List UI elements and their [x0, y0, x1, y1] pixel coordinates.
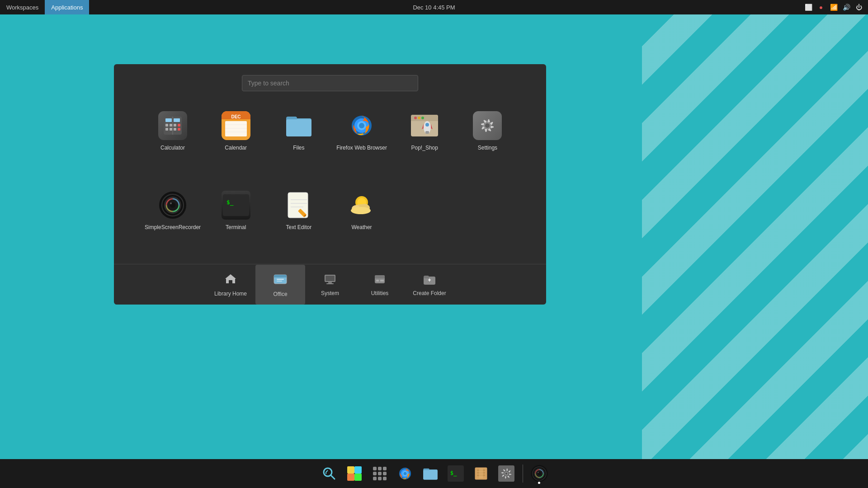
files-icon [284, 111, 313, 140]
svg-rect-3 [165, 124, 168, 127]
svg-text:$_: $_ [226, 199, 234, 206]
app-terminal[interactable]: $_ Terminal [204, 184, 267, 259]
svg-rect-75 [376, 280, 379, 282]
taskbar-archive[interactable] [469, 462, 493, 485]
svg-rect-9 [174, 128, 176, 131]
topbar-datetime: Dec 10 4:45 PM [413, 4, 455, 11]
taskbar-settings[interactable] [495, 462, 518, 485]
app-firefox[interactable]: Firefox Web Browser [330, 105, 393, 180]
svg-rect-71 [326, 283, 334, 284]
app-calculator[interactable]: Calculator [141, 105, 204, 180]
svg-rect-91 [373, 472, 377, 475]
svg-point-34 [425, 123, 429, 127]
svg-rect-90 [383, 467, 387, 470]
search-bar[interactable]: Type to search [242, 75, 418, 91]
terminal-icon: $_ [222, 191, 250, 220]
svg-rect-66 [277, 279, 284, 280]
svg-rect-93 [383, 472, 387, 475]
category-bar: Library Home Office [114, 264, 546, 305]
svg-rect-96 [383, 477, 387, 480]
taskbar-recorder[interactable] [528, 462, 551, 485]
svg-point-26 [359, 123, 364, 128]
cat-create-folder[interactable]: + Create Folder [405, 265, 454, 305]
taskbar-stickynotes[interactable] [343, 462, 366, 485]
wifi-icon: 📶 [829, 3, 838, 12]
weather-label: Weather [351, 224, 372, 231]
taskbar-firefox[interactable] [393, 462, 417, 485]
svg-rect-89 [378, 467, 382, 470]
svg-marker-62 [225, 274, 236, 283]
svg-rect-84 [347, 466, 354, 474]
svg-rect-65 [274, 277, 287, 277]
texteditor-icon [284, 191, 313, 220]
app-files[interactable]: Files [267, 105, 330, 180]
svg-rect-74 [375, 277, 385, 278]
cat-office[interactable]: Office [255, 265, 305, 305]
svg-point-61 [351, 207, 371, 214]
svg-rect-69 [326, 276, 335, 281]
svg-rect-110 [479, 469, 483, 478]
applications-button[interactable]: Applications [45, 0, 89, 14]
svg-point-113 [505, 473, 507, 475]
calendar-icon: DEC [222, 111, 250, 140]
utilities-label: Utilities [371, 290, 389, 296]
firefox-label: Firefox Web Browser [336, 145, 387, 152]
calendar-label: Calendar [225, 145, 247, 152]
svg-rect-22 [286, 119, 311, 136]
recorder-active-dot [538, 482, 540, 484]
svg-line-82 [326, 470, 328, 472]
workspaces-button[interactable]: Workspaces [0, 0, 45, 14]
svg-rect-92 [378, 472, 382, 475]
svg-rect-7 [165, 128, 168, 131]
app-weather[interactable]: Weather [330, 184, 393, 259]
library-home-icon [224, 272, 237, 288]
settings-label: Settings [478, 145, 497, 152]
taskbar: $_ [0, 459, 868, 488]
office-icon [273, 272, 288, 288]
recorder-icon [158, 191, 187, 220]
svg-rect-10 [178, 128, 180, 131]
app-popshop[interactable]: Pop!_Shop [393, 105, 456, 180]
svg-rect-6 [178, 124, 180, 127]
settings-icon [473, 111, 502, 140]
volume-icon: 🔊 [842, 3, 851, 12]
topbar: Workspaces Applications Dec 10 4:45 PM ⬜… [0, 0, 868, 14]
svg-point-100 [403, 472, 406, 475]
screen-icon: ⬜ [804, 3, 813, 12]
office-label: Office [273, 291, 287, 297]
svg-rect-87 [354, 474, 362, 481]
app-calendar[interactable]: DEC Calendar [204, 105, 267, 180]
svg-point-36 [418, 117, 420, 119]
firefox-icon [347, 111, 376, 140]
app-launcher: Type to search [114, 64, 546, 305]
system-label: System [321, 290, 339, 296]
taskbar-terminal[interactable]: $_ [444, 462, 467, 485]
svg-point-35 [414, 117, 417, 119]
taskbar-appgrid[interactable] [368, 462, 392, 485]
taskbar-search[interactable] [317, 462, 341, 485]
popshop-label: Pop!_Shop [411, 145, 438, 152]
app-texteditor[interactable]: Text Editor [267, 184, 330, 259]
cat-library-home[interactable]: Library Home [206, 265, 255, 305]
weather-icon [347, 191, 376, 220]
svg-rect-70 [328, 282, 332, 283]
svg-text:+: + [428, 277, 431, 283]
topbar-right: ⬜ ● 📶 🔊 ⏻ [804, 3, 863, 12]
library-home-label: Library Home [214, 291, 247, 297]
app-settings[interactable]: Settings [456, 105, 519, 180]
cat-system[interactable]: System [305, 265, 355, 305]
svg-rect-2 [174, 118, 180, 122]
svg-rect-86 [347, 474, 354, 481]
cat-utilities[interactable]: Utilities [355, 265, 405, 305]
svg-rect-8 [170, 128, 172, 131]
topbar-left: Workspaces Applications [0, 0, 89, 14]
texteditor-label: Text Editor [286, 224, 311, 231]
svg-text:$_: $_ [450, 470, 457, 477]
svg-rect-95 [378, 477, 382, 480]
svg-point-45 [170, 202, 172, 204]
popshop-icon [410, 111, 439, 140]
svg-rect-4 [170, 124, 172, 127]
app-recorder[interactable]: SimpleScreenRecorder [141, 184, 204, 259]
svg-line-81 [331, 475, 335, 479]
taskbar-filemanager[interactable] [419, 462, 442, 485]
